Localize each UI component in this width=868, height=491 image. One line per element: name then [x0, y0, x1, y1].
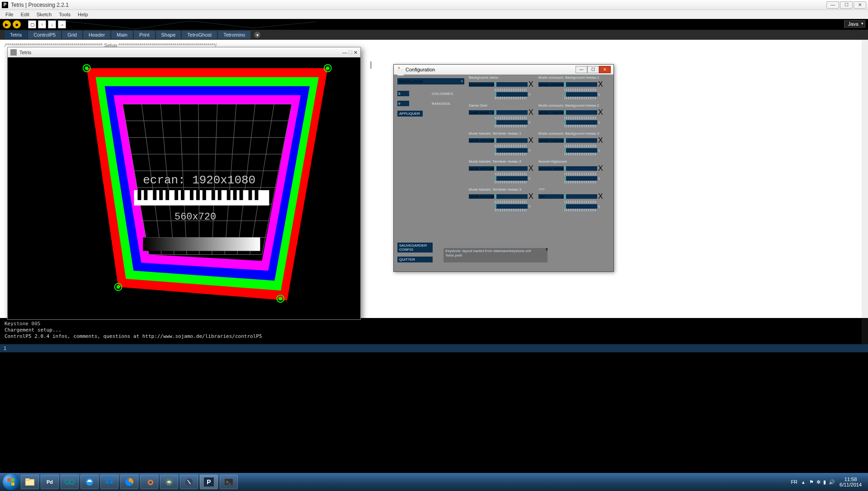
menu-help[interactable]: Help	[74, 11, 92, 18]
anim-slider-y[interactable]	[565, 92, 597, 97]
anim-slider-y[interactable]	[565, 148, 597, 153]
anim-slider-y[interactable]	[495, 148, 528, 153]
line-number: 1	[4, 346, 6, 351]
tab-grid[interactable]: Grid	[62, 31, 82, 39]
anim-dropdown[interactable]: NOUVEL HIGHSCORE	[538, 166, 564, 171]
network-icon[interactable]: ▮	[823, 479, 826, 485]
tab-tetroghost[interactable]: TetroGhost	[182, 31, 217, 39]
anim-slider-y[interactable]	[565, 176, 597, 181]
taskbar-firefox[interactable]	[120, 475, 138, 489]
axis-label: Y	[598, 149, 602, 153]
anim-slider-x[interactable]	[495, 82, 528, 87]
menu-tools[interactable]: Tools	[55, 11, 74, 18]
anim-slider-x[interactable]	[565, 138, 597, 143]
tab-shape[interactable]: Shape	[156, 31, 181, 39]
taskbar-dropbox[interactable]	[100, 475, 118, 489]
anim-slider-x[interactable]	[495, 194, 528, 199]
tab-main[interactable]: Main	[111, 31, 133, 39]
taskbar-processing[interactable]: P	[200, 475, 218, 489]
tray-chevron-icon[interactable]: ▴	[802, 479, 805, 485]
sketch-canvas[interactable]: ecran: 1920x1080 560x720	[8, 57, 360, 319]
rangees-input[interactable]: 9	[397, 101, 409, 106]
svg-rect-35	[175, 190, 178, 200]
tab-tetris[interactable]: Tetris	[5, 31, 27, 39]
anim-slider-y[interactable]	[565, 204, 597, 209]
stop-button[interactable]: ■	[13, 20, 21, 28]
volume-icon[interactable]: 🔊	[829, 479, 835, 485]
config-close-button[interactable]: ✕	[599, 66, 611, 73]
start-button[interactable]	[3, 474, 19, 490]
new-button[interactable]: ▢	[28, 20, 36, 28]
log-textarea[interactable]: Keystone: layout loaded from data/save/k…	[443, 248, 547, 262]
taskbar-app[interactable]	[80, 475, 99, 489]
anim-slider-y[interactable]	[495, 176, 528, 181]
anim-slider-y[interactable]	[495, 92, 528, 97]
anim-slider-x[interactable]	[495, 110, 528, 115]
open-button[interactable]: ↑	[38, 20, 46, 28]
quitter-button[interactable]: QUITTER	[397, 257, 433, 262]
anim-group: Mode concours: Background niveau 2MODE C…	[538, 103, 603, 127]
sketch-titlebar[interactable]: Tetris — ☐ ✕	[8, 47, 360, 57]
anim-slider-x[interactable]	[495, 138, 528, 143]
maximize-button[interactable]: ☐	[840, 1, 853, 9]
anim-dropdown[interactable]: MODE HISTOIRE: TERMIN	[469, 194, 494, 199]
anim-dropdown[interactable]: MODE HISTOIRE: TERMIN	[469, 138, 494, 143]
slider-ticks	[565, 145, 597, 147]
tab-tetromino[interactable]: Tetromino	[218, 31, 250, 39]
anim-title: Nouvel Highscore	[538, 159, 603, 164]
save-button[interactable]: ↓	[48, 20, 56, 28]
config-minimize-button[interactable]: —	[576, 66, 587, 73]
sketch-close-button[interactable]: ✕	[354, 50, 358, 56]
config-maximize-button[interactable]: ☐	[587, 66, 599, 73]
tab-controlp5[interactable]: ControlP5	[28, 31, 61, 39]
tab-header[interactable]: Header	[83, 31, 110, 39]
anim-dropdown[interactable]: MODE CONCOURS: BACK	[538, 110, 564, 115]
anim-slider-x[interactable]	[565, 110, 597, 115]
tab-print[interactable]: Print	[134, 31, 155, 39]
config-window[interactable]: Configuration — ☐ ✕ RATIO RESOLUTION 5 C…	[393, 64, 614, 272]
anim-slider-x[interactable]	[495, 166, 528, 171]
sketch-minimize-button[interactable]: —	[342, 50, 347, 56]
log-scrollbar[interactable]	[546, 248, 547, 251]
svg-rect-41	[218, 190, 222, 200]
anim-slider-y[interactable]	[495, 120, 528, 125]
taskbar-explorer[interactable]	[21, 475, 39, 489]
close-button[interactable]: ✕	[854, 1, 866, 9]
sketch-window[interactable]: Tetris — ☐ ✕	[7, 47, 361, 320]
anim-slider-x[interactable]	[565, 82, 597, 87]
anim-dropdown[interactable]: MODE HISTOIRE: TERMIN	[469, 166, 494, 171]
appliquer-button[interactable]: APPLIQUER	[397, 111, 423, 117]
clock[interactable]: 11:58 6/11/2014	[840, 477, 862, 487]
taskbar-puredata[interactable]: Pd	[41, 475, 59, 489]
taskbar-blender[interactable]	[140, 475, 158, 489]
menu-sketch[interactable]: Sketch	[33, 11, 56, 18]
anim-dropdown[interactable]: ???	[538, 194, 564, 199]
taskbar-arduino[interactable]	[61, 475, 79, 489]
anim-dropdown[interactable]: BACKGROUND MENU	[469, 82, 494, 87]
language-dropdown[interactable]: Java	[844, 20, 865, 28]
toolbar: ▶ ■ ▢ ↑ ↓ → Java	[0, 19, 868, 30]
anim-slider-x[interactable]	[565, 166, 597, 171]
anim-dropdown[interactable]: MODE CONCOURS: BACK	[538, 138, 564, 143]
anim-slider-x[interactable]	[565, 194, 597, 199]
sync-icon[interactable]: ✼	[816, 479, 821, 485]
sauvegarder-button[interactable]: SAUVEGARDER CONFIG	[397, 243, 433, 253]
export-button[interactable]: →	[58, 20, 66, 28]
language-indicator[interactable]: FR	[791, 479, 797, 485]
flag-icon[interactable]: ⚑	[809, 479, 814, 485]
taskbar-terminal[interactable]: >_	[220, 475, 238, 489]
anim-dropdown[interactable]: GAME OVER	[469, 110, 494, 115]
new-tab-button[interactable]: ▾	[254, 32, 260, 38]
minimize-button[interactable]: —	[826, 1, 839, 9]
taskbar-torrent[interactable]	[180, 475, 198, 489]
colonnes-input[interactable]: 5	[397, 91, 409, 96]
anim-slider-y[interactable]	[565, 120, 597, 125]
anim-slider-y[interactable]	[495, 204, 528, 209]
taskbar-app2[interactable]	[160, 475, 178, 489]
resolution-dropdown[interactable]: RESOLUTION	[397, 78, 464, 84]
menu-edit[interactable]: Edit	[17, 11, 33, 18]
run-button[interactable]: ▶	[3, 20, 11, 28]
ratio-toggle[interactable]	[397, 69, 404, 75]
menu-file[interactable]: File	[2, 11, 17, 18]
anim-dropdown[interactable]: MODE CONCOURS: BACK	[538, 82, 564, 87]
